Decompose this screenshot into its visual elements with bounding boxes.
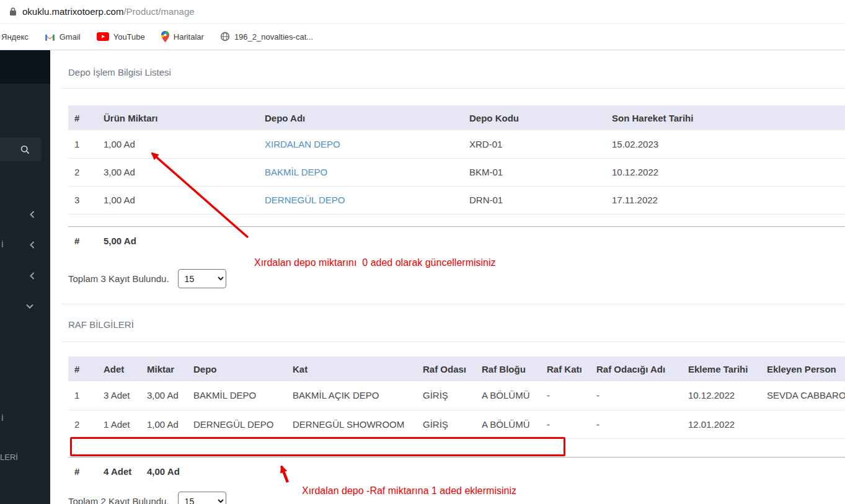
bookmark-youtube[interactable]: YouTube [97, 32, 145, 42]
bookmarks-bar: Яндекс Gmail YouTube Haritalar [0, 24, 845, 50]
table-row: 3 1,00 Ad DERNEGÜL DEPO DRN-01 17.11.202… [68, 186, 845, 214]
sidebar-item-label-fragment[interactable]: İ [1, 413, 4, 423]
search-icon [20, 145, 30, 154]
annotation-update-warehouse: Xırdalan depo miktarını 0 aded olarak gü… [254, 257, 496, 268]
table-row: 2 3,00 Ad BAKMİL DEPO BKM-01 10.12.2022 [68, 158, 845, 186]
depot-link[interactable]: BAKMİL DEPO [265, 167, 327, 177]
column-header: Ürün Miktarı [97, 105, 259, 130]
bookmark-yandex[interactable]: Яндекс [1, 32, 29, 42]
cell-depot: BAKMİL DEPO [259, 158, 463, 186]
highlight-box [70, 437, 565, 456]
bookmark-label: Gmail [60, 32, 81, 42]
column-header: Ekleyen Person [761, 356, 845, 381]
cell-raf-odacigi: - [590, 410, 682, 438]
lock-icon [9, 7, 17, 16]
cell-kat: DERNEGÜL SHOWROOM [286, 410, 417, 438]
bookmark-label: 196_2_novalties-cat... [234, 32, 313, 42]
column-header: Son Hareket Tarihi [606, 105, 845, 130]
table-row: 2 1 Adet 1,00 Ad DERNEGÜL DEPO DERNEGÜL … [68, 410, 845, 438]
cell-adet: 1 Adet [97, 410, 141, 438]
cell-raf-odacigi: - [590, 381, 682, 410]
cell-ekleme-tarihi: 12.01.2022 [682, 410, 761, 438]
cell-no: 1 [68, 381, 97, 410]
sidebar-menu-chevron-2[interactable] [30, 241, 35, 249]
address-bar[interactable]: okuklu.matrixotoerp.com/Product/manage [0, 0, 845, 24]
depot-link[interactable]: DERNEGÜL DEPO [265, 195, 345, 205]
depot-link[interactable]: XIRDALAN DEPO [265, 139, 340, 149]
cell-depo: DERNEGÜL DEPO [187, 410, 286, 438]
page-size-select[interactable]: 15 [178, 269, 226, 288]
cell-raf-kati: - [541, 410, 590, 438]
warehouse-pagination: Toplam 3 Kayıt Bulundu. 15 [68, 269, 226, 288]
column-header: # [68, 356, 97, 381]
divider [62, 342, 845, 342]
cell-ekleyen [761, 410, 845, 438]
cell-adet: 3 Adet [97, 381, 141, 410]
column-header: Depo Kodu [463, 105, 606, 130]
footer-total-miktar: 4,00 Ad [141, 458, 187, 485]
cell-raf-blogu: A BÖLÜMÜ [476, 410, 541, 438]
column-header: Raf Odacığı Adı [590, 356, 682, 381]
footer-total-adet: 4 Adet [97, 458, 141, 485]
url-text: okuklu.matrixotoerp.com/Product/manage [22, 6, 195, 17]
cell-code: DRN-01 [463, 186, 606, 214]
bookmark-gmail[interactable]: Gmail [45, 32, 81, 42]
column-header: Kat [286, 356, 417, 381]
chevron-left-icon [30, 241, 35, 249]
sidebar-menu-chevron-expanded[interactable] [26, 304, 33, 309]
youtube-icon [97, 32, 109, 41]
annotation-add-shelf: Xırdalan depo -Raf miktarına 1 aded ekle… [302, 485, 516, 497]
chevron-left-icon [30, 211, 35, 218]
footer-hash: # [68, 227, 97, 255]
record-count-text: Toplam 2 Kayıt Bulundu. [68, 496, 169, 504]
warehouse-table-footer: # 5,00 Ad [68, 226, 845, 255]
sidebar-search-button[interactable] [0, 138, 41, 161]
cell-qty: 1,00 Ad [97, 130, 259, 158]
gmail-icon [45, 33, 55, 41]
cell-qty: 3,00 Ad [97, 158, 259, 186]
bookmark-label: YouTube [113, 32, 145, 42]
table-header-row: # Ürün Miktarı Depo Adı Depo Kodu Son Ha… [68, 105, 845, 130]
cell-raf-odasi: GİRİŞ [417, 381, 476, 410]
shelf-table: # Adet Miktar Depo Kat Raf Odası Raf Blo… [68, 356, 845, 439]
warehouse-section-title: Depo İşlem Bilgisi Listesi [68, 67, 171, 77]
divider [62, 88, 845, 89]
bookmark-haritalar[interactable]: Haritalar [161, 31, 204, 42]
shelf-pagination: Toplam 2 Kayıt Bulundu. 15 [68, 492, 226, 504]
sidebar-item-label-fragment[interactable]: LERİ [0, 453, 18, 462]
cell-depot: XIRDALAN DEPO [259, 130, 463, 158]
cell-no: 2 [68, 158, 97, 186]
cell-kat: BAKMİL AÇIK DEPO [286, 381, 417, 410]
column-header: Raf Odası [417, 356, 476, 381]
sidebar-item-label-fragment[interactable]: İ [1, 240, 4, 249]
sidebar: İ İ LERİ [0, 50, 50, 504]
bookmark-novalties[interactable]: 196_2_novalties-cat... [220, 32, 313, 42]
url-path: /Product/manage [123, 6, 194, 17]
cell-ekleme-tarihi: 10.12.2022 [682, 381, 761, 410]
shelf-table-footer: # 4 Adet 4,00 Ad [68, 457, 845, 485]
sidebar-menu-chevron-3[interactable] [30, 272, 35, 280]
column-header: Raf Katı [541, 356, 590, 381]
chevron-left-icon [30, 272, 35, 280]
page-size-select[interactable]: 15 [178, 492, 226, 504]
column-header: Depo [187, 356, 286, 381]
shelf-section-title: RAF BİLGİLERİ [68, 319, 134, 330]
bookmark-label: Яндекс [1, 32, 29, 42]
cell-ekleyen: SEVDA CABBARO [761, 381, 845, 410]
cell-date: 17.11.2022 [606, 186, 845, 214]
cell-code: XRD-01 [463, 130, 606, 158]
cell-miktar: 1,00 Ad [141, 410, 187, 438]
maps-pin-icon [161, 31, 169, 42]
warehouse-table: # Ürün Miktarı Depo Adı Depo Kodu Son Ha… [68, 105, 845, 214]
cell-raf-blogu: A BÖLÜMÜ [476, 381, 541, 410]
column-header: Depo Adı [259, 105, 463, 130]
url-host: okuklu.matrixotoerp.com [22, 6, 123, 17]
globe-icon [220, 32, 230, 42]
sidebar-menu-chevron-1[interactable] [30, 211, 35, 218]
cell-raf-kati: - [541, 381, 590, 410]
record-count-text: Toplam 3 Kayıt Bulundu. [68, 273, 169, 284]
footer-total-qty: 5,00 Ad [97, 227, 259, 255]
main-content: Depo İşlem Bilgisi Listesi # Ürün Miktar… [50, 50, 845, 504]
sidebar-logo-block [0, 50, 50, 84]
cell-qty: 1,00 Ad [97, 186, 259, 214]
